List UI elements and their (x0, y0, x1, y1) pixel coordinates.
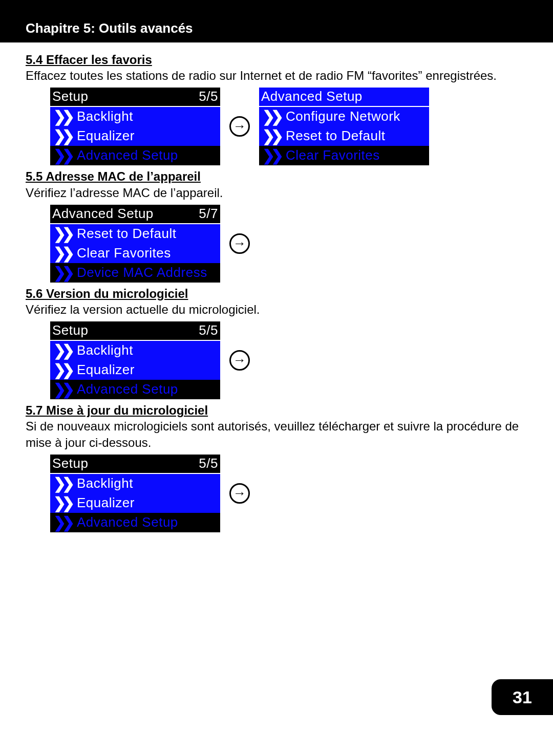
screen-counter: 5/5 (199, 322, 218, 339)
screen-title-text: Setup (52, 322, 88, 339)
chevron-right-icon: ❯❯ (53, 111, 75, 123)
section-5-5-body: Vérifiez l’adresse MAC de l’appareil. (26, 185, 527, 201)
section-5-6-body: Vérifiez la version actuelle du microlog… (26, 301, 527, 317)
menu-item-label: Reset to Default (286, 127, 385, 145)
menu-item-reset-default: ❯❯Reset to Default (50, 224, 220, 244)
screen-title-bar: Setup 5/5 (50, 321, 220, 341)
menu-item-label: Reset to Default (77, 225, 176, 243)
screen-setup: Setup 5/5 ❯❯Backlight ❯❯Equalizer ❯❯Adva… (50, 455, 220, 532)
page-number: 31 (492, 679, 553, 715)
section-5-6-title: 5.6 Version du micrologiciel (26, 286, 527, 301)
menu-item-configure-network: ❯❯Configure Network (259, 107, 429, 126)
menu-item-label: Configure Network (286, 108, 400, 125)
screen-counter: 5/7 (199, 205, 218, 223)
page-content: 5.4 Effacer les favoris Effacez toutes l… (0, 42, 553, 532)
menu-item-reset-default: ❯❯Reset to Default (259, 126, 429, 146)
screen-title-bar: Setup 5/5 (50, 455, 220, 474)
chevron-right-icon: ❯❯ (53, 516, 75, 529)
menu-item-advanced-setup: ❯❯Advanced Setup (50, 380, 220, 399)
arrow-right-icon: → (229, 350, 250, 371)
menu-item-label: Equalizer (77, 127, 135, 145)
menu-item-backlight: ❯❯Backlight (50, 107, 220, 126)
menu-item-label: Equalizer (77, 361, 135, 379)
screen-title-text: Setup (52, 88, 88, 105)
section-5-4-title: 5.4 Effacer les favoris (26, 52, 527, 68)
menu-item-clear-favorites: ❯❯Clear Favorites (259, 146, 429, 165)
section-5-4-screens: Setup 5/5 ❯❯Backlight ❯❯Equalizer ❯❯Adva… (50, 88, 527, 165)
screen-advanced-setup: Advanced Setup ❯❯Configure Network ❯❯Res… (259, 88, 429, 165)
screen-counter: 5/5 (199, 88, 218, 105)
menu-item-label: Clear Favorites (286, 147, 380, 164)
arrow-right-icon: → (229, 483, 250, 504)
screen-title-bar: Advanced Setup 5/7 (50, 205, 220, 224)
section-5-7-body: Si de nouveaux micrologiciels sont autor… (26, 418, 527, 450)
section-5-5-screens: Advanced Setup 5/7 ❯❯Reset to Default ❯❯… (50, 205, 527, 283)
screen-setup: Setup 5/5 ❯❯Backlight ❯❯Equalizer ❯❯Adva… (50, 321, 220, 399)
screen-title-bar: Advanced Setup (259, 88, 429, 107)
screen-title-bar: Setup 5/5 (50, 88, 220, 107)
menu-item-advanced-setup: ❯❯Advanced Setup (50, 513, 220, 532)
chevron-right-icon: ❯❯ (53, 383, 75, 396)
screen-title-text: Advanced Setup (261, 88, 363, 105)
menu-item-label: Equalizer (77, 494, 135, 512)
chevron-right-icon: ❯❯ (262, 111, 284, 123)
section-5-7-title: 5.7 Mise à jour du micrologiciel (26, 402, 527, 418)
chapter-header: Chapitre 5: Outils avancés (0, 0, 553, 42)
menu-item-equalizer: ❯❯Equalizer (50, 360, 220, 380)
menu-item-equalizer: ❯❯Equalizer (50, 493, 220, 513)
menu-item-backlight: ❯❯Backlight (50, 341, 220, 360)
chevron-right-icon: ❯❯ (53, 247, 75, 260)
menu-item-label: Advanced Setup (77, 514, 178, 531)
menu-item-label: Backlight (77, 342, 133, 359)
section-5-6-screens: Setup 5/5 ❯❯Backlight ❯❯Equalizer ❯❯Adva… (50, 321, 527, 399)
menu-item-equalizer: ❯❯Equalizer (50, 126, 220, 146)
chevron-right-icon: ❯❯ (53, 267, 75, 279)
screen-setup: Setup 5/5 ❯❯Backlight ❯❯Equalizer ❯❯Adva… (50, 88, 220, 165)
menu-item-clear-favorites: ❯❯Clear Favorites (50, 244, 220, 263)
arrow-right-icon: → (229, 233, 250, 254)
menu-item-device-mac: ❯❯Device MAC Address (50, 263, 220, 283)
chevron-right-icon: ❯❯ (53, 478, 75, 490)
menu-item-label: Advanced Setup (77, 147, 178, 164)
menu-item-label: Clear Favorites (77, 245, 171, 262)
chevron-right-icon: ❯❯ (53, 149, 75, 162)
menu-item-label: Advanced Setup (77, 381, 178, 398)
chevron-right-icon: ❯❯ (53, 364, 75, 376)
chevron-right-icon: ❯❯ (262, 149, 284, 162)
section-5-4-body: Effacez toutes les stations de radio sur… (26, 68, 527, 83)
menu-item-label: Device MAC Address (77, 264, 207, 282)
chevron-right-icon: ❯❯ (53, 344, 75, 357)
screen-title-text: Advanced Setup (52, 205, 154, 223)
menu-item-label: Backlight (77, 108, 133, 125)
screen-title-text: Setup (52, 455, 88, 472)
menu-item-advanced-setup: ❯❯Advanced Setup (50, 146, 220, 165)
chevron-right-icon: ❯❯ (53, 228, 75, 240)
section-5-5-title: 5.5 Adresse MAC de l’appareil (26, 168, 527, 184)
screen-counter: 5/5 (199, 455, 218, 472)
menu-item-backlight: ❯❯Backlight (50, 474, 220, 493)
section-5-7-screens: Setup 5/5 ❯❯Backlight ❯❯Equalizer ❯❯Adva… (50, 455, 527, 532)
arrow-right-icon: → (229, 116, 250, 137)
screen-advanced-setup-57: Advanced Setup 5/7 ❯❯Reset to Default ❯❯… (50, 205, 220, 283)
chevron-right-icon: ❯❯ (53, 130, 75, 142)
chevron-right-icon: ❯❯ (262, 130, 284, 142)
menu-item-label: Backlight (77, 475, 133, 492)
chevron-right-icon: ❯❯ (53, 497, 75, 509)
